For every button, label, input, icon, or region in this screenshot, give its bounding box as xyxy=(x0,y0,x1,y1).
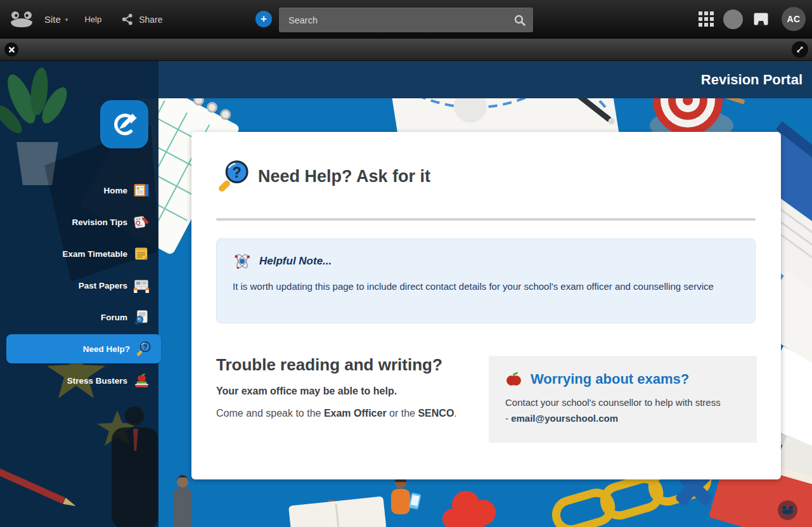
sidebar-item-label: Exam Timetable xyxy=(62,249,127,259)
close-icon xyxy=(8,46,15,53)
search-icon[interactable] xyxy=(513,14,526,27)
sidebar-item-need-help[interactable]: Need Help? ? xyxy=(6,334,161,363)
close-button[interactable] xyxy=(4,42,18,56)
note-title: Helpful Note... xyxy=(259,255,332,268)
sidebar-item-exam-timetable[interactable]: Exam Timetable xyxy=(4,238,158,270)
sidebar-item-revision-tips[interactable]: Revision Tips xyxy=(4,206,158,238)
sidebar-item-label: Home xyxy=(103,186,127,195)
sidebar-item-past-papers[interactable]: Past Papers xyxy=(4,270,158,301)
text-segment: . xyxy=(454,408,456,419)
site-title: Revision Portal xyxy=(701,61,802,98)
worrying-panel: Worrying about exams? Contact your schoo… xyxy=(489,356,757,443)
help-menu[interactable]: Help xyxy=(84,15,101,24)
page-stage: Revision Portal xyxy=(0,61,812,527)
panel-heading: Worrying about exams? xyxy=(531,371,689,387)
sidebar-nav: Home Revision Tips xyxy=(0,61,158,527)
svg-text:?: ? xyxy=(233,164,242,181)
search-bar xyxy=(279,8,533,32)
decor-red-pencil xyxy=(0,467,77,509)
apple-books-icon xyxy=(133,372,150,389)
share-button[interactable]: Share xyxy=(122,13,162,25)
calendar-pencil-icon xyxy=(133,214,150,230)
apple-icon xyxy=(505,370,522,387)
frog-float-button[interactable] xyxy=(778,500,797,520)
panel-text: Contact your school's counsellor to help… xyxy=(505,394,721,426)
exam-officer-label: Exam Officer xyxy=(324,408,387,419)
book-icon xyxy=(133,182,150,198)
svg-text:?: ? xyxy=(143,343,148,351)
user-avatar[interactable]: AC xyxy=(782,7,806,31)
page-title: Need Help? Ask for it xyxy=(258,167,430,186)
sidebar-item-label: Forum xyxy=(101,313,127,322)
sidebar-item-home[interactable]: Home xyxy=(4,174,158,206)
top-toolbar: Site ▾ Help Share + A xyxy=(0,0,812,39)
sidebar-item-stress-busters[interactable]: Stress Busters xyxy=(4,365,158,396)
counsellor-email[interactable]: email@yourschool.com xyxy=(511,413,618,424)
newspaper-hands-icon xyxy=(133,277,150,294)
content-card: ? Need Help? Ask for it Helpful Note... … xyxy=(191,132,781,479)
status-circle-icon[interactable] xyxy=(723,10,743,29)
sidebar-item-label: Stress Busters xyxy=(67,376,127,386)
section-text: Come and speak to the Exam Officer or th… xyxy=(216,408,490,419)
frog-logo-icon[interactable] xyxy=(10,11,33,29)
sidebar-item-label: Need Help? xyxy=(83,344,130,354)
notepad-icon xyxy=(133,245,150,262)
text-segment: or the xyxy=(387,408,418,419)
frog-icon xyxy=(782,505,794,515)
divider xyxy=(216,218,756,221)
magnifier-question-icon: ? xyxy=(216,159,252,194)
section-heading: Trouble reading and writing? xyxy=(216,355,490,375)
trouble-section: Trouble reading and writing? Your exam o… xyxy=(216,355,490,419)
site-menu[interactable]: Site ▾ xyxy=(44,14,68,25)
helpful-note-panel: Helpful Note... It is worth updating thi… xyxy=(216,238,756,323)
senco-label: SENCO xyxy=(418,408,454,419)
sidebar-item-label: Revision Tips xyxy=(72,218,127,227)
add-button[interactable]: + xyxy=(255,11,272,27)
tray-icon[interactable] xyxy=(754,13,768,26)
resize-icon xyxy=(796,45,804,54)
apps-grid-icon[interactable] xyxy=(699,11,714,27)
document-search-icon xyxy=(133,309,150,325)
share-icon xyxy=(122,13,134,25)
note-body: It is worth updating this page to includ… xyxy=(233,279,739,294)
revision-pencil-icon xyxy=(110,110,139,139)
search-input[interactable] xyxy=(279,15,513,25)
decor-red-blobs xyxy=(442,491,496,527)
section-subheading: Your exam office may be able to help. xyxy=(216,386,490,397)
portal-logo-button[interactable] xyxy=(100,100,148,148)
sidebar-item-forum[interactable]: Forum xyxy=(4,301,158,333)
magnifier-question-icon: ? xyxy=(136,341,152,357)
text-segment: Come and speak to the xyxy=(216,408,324,419)
window-toolbar xyxy=(0,39,812,61)
sidebar-item-label: Past Papers xyxy=(79,281,127,290)
share-label: Share xyxy=(139,15,162,25)
chevron-down-icon: ▾ xyxy=(65,16,68,23)
atom-icon xyxy=(233,252,252,271)
site-menu-label: Site xyxy=(44,14,61,25)
resize-button[interactable] xyxy=(792,41,808,58)
